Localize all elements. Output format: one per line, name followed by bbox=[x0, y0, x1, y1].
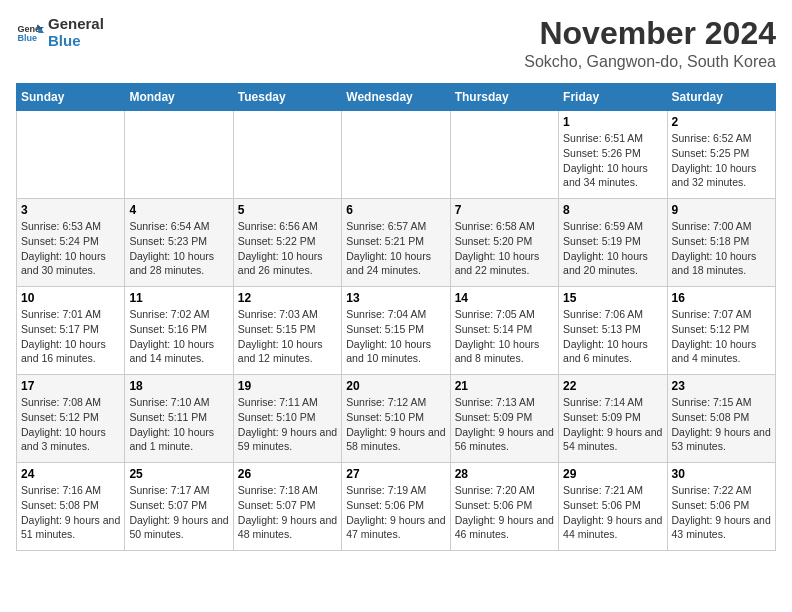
calendar-week-1: 1Sunrise: 6:51 AM Sunset: 5:26 PM Daylig… bbox=[17, 111, 776, 199]
day-info: Sunrise: 7:05 AM Sunset: 5:14 PM Dayligh… bbox=[455, 307, 554, 366]
day-info: Sunrise: 7:20 AM Sunset: 5:06 PM Dayligh… bbox=[455, 483, 554, 542]
calendar-cell: 22Sunrise: 7:14 AM Sunset: 5:09 PM Dayli… bbox=[559, 375, 667, 463]
day-info: Sunrise: 6:58 AM Sunset: 5:20 PM Dayligh… bbox=[455, 219, 554, 278]
calendar-cell: 25Sunrise: 7:17 AM Sunset: 5:07 PM Dayli… bbox=[125, 463, 233, 551]
day-number: 3 bbox=[21, 203, 120, 217]
column-header-thursday: Thursday bbox=[450, 84, 558, 111]
day-number: 25 bbox=[129, 467, 228, 481]
calendar-cell bbox=[233, 111, 341, 199]
day-number: 9 bbox=[672, 203, 771, 217]
day-number: 27 bbox=[346, 467, 445, 481]
day-info: Sunrise: 6:54 AM Sunset: 5:23 PM Dayligh… bbox=[129, 219, 228, 278]
day-number: 13 bbox=[346, 291, 445, 305]
calendar-cell: 8Sunrise: 6:59 AM Sunset: 5:19 PM Daylig… bbox=[559, 199, 667, 287]
logo-icon: General Blue bbox=[16, 19, 44, 47]
calendar-cell: 24Sunrise: 7:16 AM Sunset: 5:08 PM Dayli… bbox=[17, 463, 125, 551]
day-info: Sunrise: 7:03 AM Sunset: 5:15 PM Dayligh… bbox=[238, 307, 337, 366]
calendar-body: 1Sunrise: 6:51 AM Sunset: 5:26 PM Daylig… bbox=[17, 111, 776, 551]
day-info: Sunrise: 7:08 AM Sunset: 5:12 PM Dayligh… bbox=[21, 395, 120, 454]
calendar-cell: 30Sunrise: 7:22 AM Sunset: 5:06 PM Dayli… bbox=[667, 463, 775, 551]
day-number: 20 bbox=[346, 379, 445, 393]
day-number: 29 bbox=[563, 467, 662, 481]
day-info: Sunrise: 7:19 AM Sunset: 5:06 PM Dayligh… bbox=[346, 483, 445, 542]
day-number: 24 bbox=[21, 467, 120, 481]
page-header: General Blue General Blue November 2024 … bbox=[16, 16, 776, 71]
calendar-cell: 2Sunrise: 6:52 AM Sunset: 5:25 PM Daylig… bbox=[667, 111, 775, 199]
calendar-cell: 26Sunrise: 7:18 AM Sunset: 5:07 PM Dayli… bbox=[233, 463, 341, 551]
calendar-cell: 12Sunrise: 7:03 AM Sunset: 5:15 PM Dayli… bbox=[233, 287, 341, 375]
calendar-week-5: 24Sunrise: 7:16 AM Sunset: 5:08 PM Dayli… bbox=[17, 463, 776, 551]
location-subtitle: Sokcho, Gangwon-do, South Korea bbox=[524, 53, 776, 71]
calendar-cell: 13Sunrise: 7:04 AM Sunset: 5:15 PM Dayli… bbox=[342, 287, 450, 375]
header-row: SundayMondayTuesdayWednesdayThursdayFrid… bbox=[17, 84, 776, 111]
calendar-cell: 4Sunrise: 6:54 AM Sunset: 5:23 PM Daylig… bbox=[125, 199, 233, 287]
day-number: 5 bbox=[238, 203, 337, 217]
day-info: Sunrise: 6:51 AM Sunset: 5:26 PM Dayligh… bbox=[563, 131, 662, 190]
day-info: Sunrise: 6:56 AM Sunset: 5:22 PM Dayligh… bbox=[238, 219, 337, 278]
month-title: November 2024 bbox=[524, 16, 776, 51]
day-info: Sunrise: 7:04 AM Sunset: 5:15 PM Dayligh… bbox=[346, 307, 445, 366]
day-info: Sunrise: 7:02 AM Sunset: 5:16 PM Dayligh… bbox=[129, 307, 228, 366]
day-info: Sunrise: 6:52 AM Sunset: 5:25 PM Dayligh… bbox=[672, 131, 771, 190]
column-header-wednesday: Wednesday bbox=[342, 84, 450, 111]
logo-blue-text: Blue bbox=[48, 33, 104, 50]
calendar-cell: 29Sunrise: 7:21 AM Sunset: 5:06 PM Dayli… bbox=[559, 463, 667, 551]
day-number: 7 bbox=[455, 203, 554, 217]
calendar-cell: 21Sunrise: 7:13 AM Sunset: 5:09 PM Dayli… bbox=[450, 375, 558, 463]
column-header-sunday: Sunday bbox=[17, 84, 125, 111]
day-info: Sunrise: 7:22 AM Sunset: 5:06 PM Dayligh… bbox=[672, 483, 771, 542]
calendar-cell: 16Sunrise: 7:07 AM Sunset: 5:12 PM Dayli… bbox=[667, 287, 775, 375]
day-info: Sunrise: 7:11 AM Sunset: 5:10 PM Dayligh… bbox=[238, 395, 337, 454]
day-info: Sunrise: 7:12 AM Sunset: 5:10 PM Dayligh… bbox=[346, 395, 445, 454]
calendar-cell: 6Sunrise: 6:57 AM Sunset: 5:21 PM Daylig… bbox=[342, 199, 450, 287]
day-number: 26 bbox=[238, 467, 337, 481]
day-number: 18 bbox=[129, 379, 228, 393]
day-number: 6 bbox=[346, 203, 445, 217]
column-header-friday: Friday bbox=[559, 84, 667, 111]
day-info: Sunrise: 6:57 AM Sunset: 5:21 PM Dayligh… bbox=[346, 219, 445, 278]
calendar-cell: 9Sunrise: 7:00 AM Sunset: 5:18 PM Daylig… bbox=[667, 199, 775, 287]
day-number: 10 bbox=[21, 291, 120, 305]
calendar-cell: 10Sunrise: 7:01 AM Sunset: 5:17 PM Dayli… bbox=[17, 287, 125, 375]
day-info: Sunrise: 6:53 AM Sunset: 5:24 PM Dayligh… bbox=[21, 219, 120, 278]
logo-general-text: General bbox=[48, 16, 104, 33]
column-header-tuesday: Tuesday bbox=[233, 84, 341, 111]
day-number: 2 bbox=[672, 115, 771, 129]
column-header-monday: Monday bbox=[125, 84, 233, 111]
day-number: 15 bbox=[563, 291, 662, 305]
calendar-cell: 7Sunrise: 6:58 AM Sunset: 5:20 PM Daylig… bbox=[450, 199, 558, 287]
day-info: Sunrise: 6:59 AM Sunset: 5:19 PM Dayligh… bbox=[563, 219, 662, 278]
day-number: 19 bbox=[238, 379, 337, 393]
day-info: Sunrise: 7:21 AM Sunset: 5:06 PM Dayligh… bbox=[563, 483, 662, 542]
calendar-cell: 20Sunrise: 7:12 AM Sunset: 5:10 PM Dayli… bbox=[342, 375, 450, 463]
calendar-cell: 18Sunrise: 7:10 AM Sunset: 5:11 PM Dayli… bbox=[125, 375, 233, 463]
calendar-cell: 28Sunrise: 7:20 AM Sunset: 5:06 PM Dayli… bbox=[450, 463, 558, 551]
day-number: 22 bbox=[563, 379, 662, 393]
day-info: Sunrise: 7:13 AM Sunset: 5:09 PM Dayligh… bbox=[455, 395, 554, 454]
day-info: Sunrise: 7:18 AM Sunset: 5:07 PM Dayligh… bbox=[238, 483, 337, 542]
calendar-header: SundayMondayTuesdayWednesdayThursdayFrid… bbox=[17, 84, 776, 111]
logo: General Blue General Blue bbox=[16, 16, 104, 49]
day-info: Sunrise: 7:15 AM Sunset: 5:08 PM Dayligh… bbox=[672, 395, 771, 454]
day-number: 8 bbox=[563, 203, 662, 217]
day-info: Sunrise: 7:17 AM Sunset: 5:07 PM Dayligh… bbox=[129, 483, 228, 542]
calendar-cell: 1Sunrise: 6:51 AM Sunset: 5:26 PM Daylig… bbox=[559, 111, 667, 199]
day-number: 17 bbox=[21, 379, 120, 393]
day-info: Sunrise: 7:07 AM Sunset: 5:12 PM Dayligh… bbox=[672, 307, 771, 366]
calendar-cell: 17Sunrise: 7:08 AM Sunset: 5:12 PM Dayli… bbox=[17, 375, 125, 463]
day-number: 23 bbox=[672, 379, 771, 393]
day-number: 1 bbox=[563, 115, 662, 129]
day-number: 30 bbox=[672, 467, 771, 481]
calendar-cell bbox=[342, 111, 450, 199]
day-number: 14 bbox=[455, 291, 554, 305]
day-info: Sunrise: 7:10 AM Sunset: 5:11 PM Dayligh… bbox=[129, 395, 228, 454]
day-info: Sunrise: 7:06 AM Sunset: 5:13 PM Dayligh… bbox=[563, 307, 662, 366]
calendar-week-3: 10Sunrise: 7:01 AM Sunset: 5:17 PM Dayli… bbox=[17, 287, 776, 375]
calendar-cell bbox=[450, 111, 558, 199]
day-number: 4 bbox=[129, 203, 228, 217]
calendar-cell: 5Sunrise: 6:56 AM Sunset: 5:22 PM Daylig… bbox=[233, 199, 341, 287]
calendar-cell bbox=[125, 111, 233, 199]
day-info: Sunrise: 7:16 AM Sunset: 5:08 PM Dayligh… bbox=[21, 483, 120, 542]
day-number: 28 bbox=[455, 467, 554, 481]
svg-text:Blue: Blue bbox=[17, 33, 37, 43]
